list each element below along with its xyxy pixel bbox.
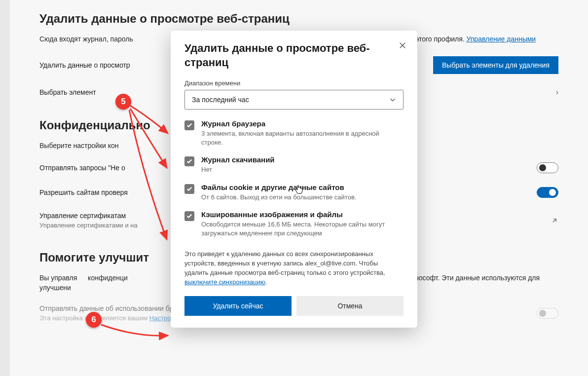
dialog-title: Удалить данные о просмотре веб-страниц (184, 41, 404, 70)
time-range-select[interactable]: За последний час (184, 90, 404, 110)
check-item-cookies: Файлы cookie и другие данные сайтов От 6… (184, 183, 397, 202)
close-button[interactable] (397, 39, 408, 51)
delete-now-button[interactable]: Удалить сейчас (184, 296, 292, 316)
annotation-badge-6: 6 (86, 312, 102, 328)
chevron-down-icon (389, 96, 396, 103)
disable-sync-link[interactable]: выключите синхронизацию (184, 278, 265, 286)
annotation-badge-5: 5 (115, 94, 131, 110)
time-range-value: За последний час (192, 96, 249, 104)
time-range-label: Диапазон времени (184, 79, 404, 87)
clear-data-dialog: Удалить данные о просмотре веб-страниц Д… (171, 31, 417, 328)
sync-note: Это приведет к удалению данных со всех с… (184, 250, 404, 287)
checkbox-browsing-history[interactable] (184, 120, 194, 130)
check-item-cache: Кэшированные изображения и файлы Освобод… (184, 210, 397, 237)
cancel-button[interactable]: Отмена (296, 296, 404, 316)
checkbox-list[interactable]: Журнал браузера 3 элемента, включая вари… (184, 119, 404, 243)
checkbox-cookies[interactable] (184, 184, 194, 194)
checkbox-cache[interactable] (184, 211, 194, 221)
close-icon (399, 42, 406, 49)
check-item-download-history: Журнал скачиваний Нет (184, 155, 397, 174)
check-item-browsing-history: Журнал браузера 3 элемента, включая вари… (184, 119, 397, 147)
checkbox-download-history[interactable] (184, 156, 194, 166)
